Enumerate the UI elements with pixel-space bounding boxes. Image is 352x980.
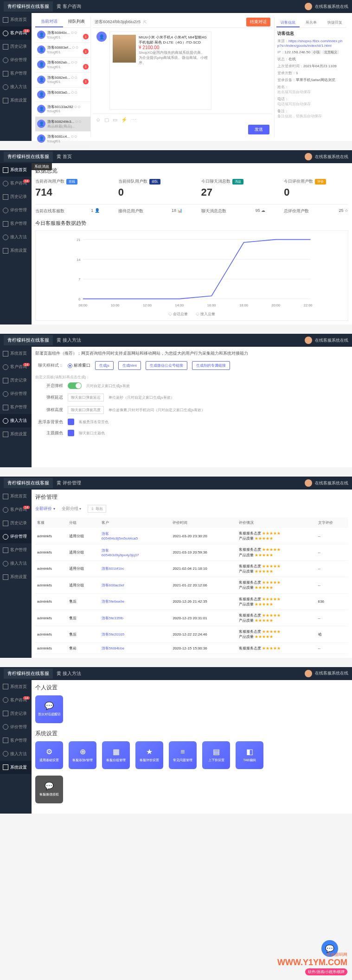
sidebar-item-1[interactable]: 客户咨询14	[0, 503, 32, 516]
tab-blacklist[interactable]: 黑名单	[300, 19, 323, 27]
table-row[interactable]: adminkfs通用分组游客605494c8j5m5c44ca52021-03-…	[35, 528, 348, 544]
setting-tile[interactable]: ▤上下班设置	[202, 741, 230, 769]
convo-item[interactable]: 👤游客6083a0... O O	[35, 88, 90, 102]
sidebar-item-2[interactable]: 历史记录	[0, 190, 32, 204]
sidebar-item-0[interactable]: 系统首页	[0, 490, 32, 503]
sidebar-item-6[interactable]: 系统设置	[0, 570, 32, 584]
convo-item[interactable]: 👤游客60840c... O Of/zugf011	[35, 28, 90, 43]
name-input[interactable]: 姓名填写后自动保存	[277, 89, 346, 95]
sidebar-item-4[interactable]: 客户管理	[0, 543, 32, 557]
convo-item[interactable]: 👤游客60683ef... O Of/zugf011	[35, 43, 90, 57]
setting-tile[interactable]: ★客服评价设置	[135, 741, 163, 769]
sidebar-item-3[interactable]: 评价管理	[0, 53, 32, 67]
sidebar-item-1[interactable]: 客户咨询14	[0, 360, 32, 374]
table-row[interactable]: adminkfs售后游客5fe201652020-12-22 22:24:46客…	[35, 626, 348, 643]
radio-standard[interactable]: 标准窗口	[68, 363, 90, 369]
tile-icon: ▤	[213, 747, 220, 756]
tab-current[interactable]: 当前对话	[35, 17, 63, 27]
table-row[interactable]: adminkfs通用分组游客601bf1bc2021-02-04 21:18:1…	[35, 560, 348, 577]
sidebar-item-5[interactable]: 接入方法	[0, 80, 32, 94]
system-title: 系统设置	[35, 730, 348, 738]
text-input[interactable]: 聊天窗口弹窗高度	[68, 406, 104, 414]
convo-item[interactable]: 👤游客6082e6... O Of/zugf011	[35, 73, 90, 88]
table-row[interactable]: adminkfs售后游客5fe335fb2020-12-23 20:31:01客…	[35, 610, 348, 626]
color-picker[interactable]	[68, 419, 74, 425]
sidebar-item-1[interactable]: 客户咨询14	[0, 694, 32, 707]
image-icon[interactable]: ▢	[104, 117, 109, 123]
sidebar-item-0[interactable]: 系统首页	[0, 680, 32, 694]
gen-js-button[interactable]: 生成js	[95, 361, 114, 370]
sidebar-item-2[interactable]: 历史记录	[0, 707, 32, 720]
setting-tile[interactable]: ≡常见问题管理	[169, 741, 197, 769]
end-chat-button[interactable]: 结束对话	[246, 18, 270, 26]
svg-text:22:00: 22:00	[304, 303, 313, 307]
sidebar-item-0[interactable]: 系统首页	[0, 163, 32, 177]
gen-wechat-button[interactable]: 生成微信公众号链接	[146, 361, 187, 370]
nav-icon	[3, 418, 8, 424]
avatar[interactable]	[305, 3, 312, 10]
export-button[interactable]: ⇩ 导出	[88, 505, 106, 513]
table-row[interactable]: adminkfs通用分组游客605493d9y9px4y3jq372021-03…	[35, 544, 348, 560]
tab-all-eval[interactable]: 全部评价 ▾	[35, 506, 55, 512]
convo-item[interactable]: 👤游客60133a282 O Of/zugf01	[35, 102, 90, 117]
unread-badge: 1	[83, 64, 89, 70]
sidebar-item-6[interactable]: 系统设置	[0, 427, 32, 441]
convo-item[interactable]: 👤游客6062ab... O Of/zugf011	[35, 57, 90, 72]
note-input[interactable]: 备注信息，切换后自动保存	[277, 114, 346, 119]
sidebar-item-3[interactable]: 评价管理	[0, 204, 32, 217]
tab-visitor-info[interactable]: 访客信息	[276, 19, 300, 27]
tab-queue[interactable]: 排队列表	[63, 17, 91, 27]
setting-tile[interactable]: 💬首次对话提醒语	[35, 695, 63, 723]
sidebar-item-4[interactable]: 客户管理	[0, 401, 32, 414]
nav-icon	[3, 521, 8, 526]
product-card[interactable]: MIUI/小米 小米手机4 小米4代 MI4智能4G手机包邮 黑色 D-LTE（…	[109, 32, 211, 110]
nav-icon	[3, 697, 8, 703]
sidebar-item-0[interactable]: 系统首页	[0, 13, 32, 26]
sidebar-item-4[interactable]: 客户管理	[0, 734, 32, 747]
sidebar-item-3[interactable]: 评价管理	[0, 530, 32, 543]
setting-tile[interactable]: ⚙通用基础设置	[35, 741, 63, 769]
sidebar-item-5[interactable]: 接入方法	[0, 414, 32, 427]
sidebar-item-5[interactable]: 接入方法	[0, 230, 32, 244]
toggle[interactable]	[68, 382, 82, 389]
table-row[interactable]: adminkfs通用分组游客600ac0ef2021-01-22 20:12:0…	[35, 577, 348, 593]
sidebar-item-2[interactable]: 历史记录	[0, 516, 32, 530]
sidebar-item-1[interactable]: 客户咨询14	[0, 26, 32, 40]
sidebar-item-5[interactable]: 接入方法	[0, 747, 32, 761]
sidebar-item-2[interactable]: 历史记录	[0, 374, 32, 387]
color-picker[interactable]	[68, 430, 74, 436]
shortcut-icon[interactable]: ⚡	[121, 117, 128, 123]
sidebar-item-2[interactable]: 历史记录	[0, 40, 32, 53]
sidebar-item-3[interactable]: 评价管理	[0, 387, 32, 401]
setting-tile[interactable]: 💬客服微信授权	[35, 776, 63, 803]
sidebar-item-3[interactable]: 评价管理	[0, 720, 32, 734]
sidebar-item-0[interactable]: 系统首页	[0, 347, 32, 360]
setting-tile[interactable]: ◧TAB编辑	[236, 741, 263, 769]
tab-all-group[interactable]: 全部分组 ▾	[62, 506, 82, 512]
text-input[interactable]: 聊天窗口弹窗延迟	[68, 394, 104, 401]
convo-item[interactable]: 👤游客6081c4... O Of/zugf01	[35, 132, 90, 146]
table-row[interactable]: adminkfs售后游客5fe6ea9e2020-12-26 21:42:35客…	[35, 593, 348, 610]
sidebar-item-5[interactable]: 接入方法	[0, 557, 32, 570]
send-button[interactable]: 发送	[248, 125, 269, 134]
sidebar-item-6[interactable]: 系统设置	[0, 94, 32, 107]
convo-item[interactable]: 👤游客608249b3... O O商品标题(商品)...	[35, 117, 90, 132]
gen-html-button[interactable]: 生成html	[118, 361, 141, 370]
sidebar-item-1[interactable]: 客户咨询14	[0, 177, 32, 190]
tab-quickreply[interactable]: 快捷回复	[323, 19, 346, 27]
convo-avatar: 👤	[37, 90, 45, 99]
gen-other-button[interactable]: 生成别的专属链接	[192, 361, 230, 370]
open-icon[interactable]: ⇱	[143, 20, 147, 25]
sidebar-item-6[interactable]: 系统设置	[0, 244, 32, 257]
setting-tile[interactable]: ▦客服分组管理	[102, 741, 130, 769]
sidebar-item-4[interactable]: 客户管理	[0, 67, 32, 80]
sidebar-item-6[interactable]: 系统设置	[0, 761, 32, 774]
tile-icon: ★	[146, 747, 153, 756]
more-icon[interactable]: ⋯	[131, 117, 136, 123]
file-icon[interactable]: ▭	[113, 117, 117, 123]
emoji-icon[interactable]: ☺	[96, 117, 101, 123]
setting-tile[interactable]: ⊕客服添加/管理	[69, 741, 96, 769]
phone-input[interactable]: 电话填写后自动保存	[277, 102, 346, 107]
table-row[interactable]: adminkfs售前游客5fd84bbe2020-12-15 15:00:36客…	[35, 643, 348, 654]
sidebar-item-4[interactable]: 客户管理	[0, 217, 32, 230]
